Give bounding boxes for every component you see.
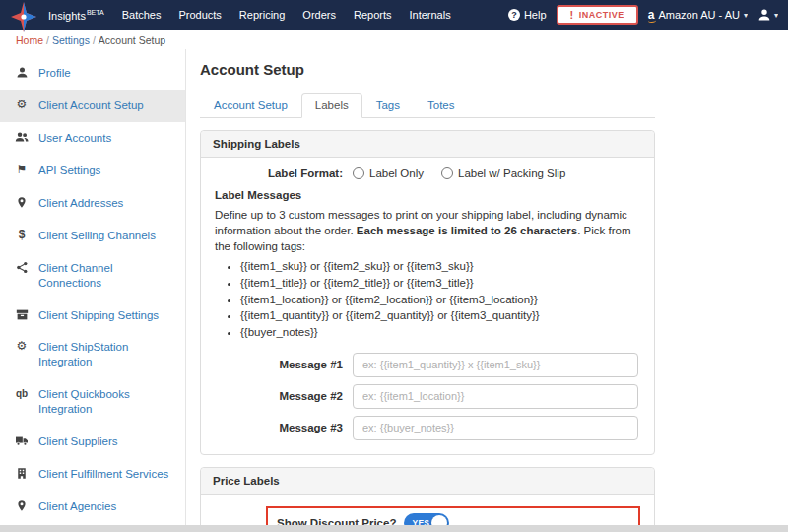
tag-option: {{item1_title}} or {{item2_title}} or {{… xyxy=(240,275,640,292)
nav-item-batches[interactable]: Batches xyxy=(113,1,170,29)
building-icon xyxy=(14,467,30,480)
sidebar-item-label: API Settings xyxy=(38,164,100,178)
tag-option: {{buyer_notes}} xyxy=(240,324,640,341)
amazon-icon: a xyxy=(648,10,655,20)
alert-icon: ! xyxy=(570,9,574,21)
sidebar-item-api-settings[interactable]: ⚑ API Settings xyxy=(0,155,185,187)
message-3-label: Message #3 xyxy=(215,422,353,433)
sidebar-item-client-selling-channels[interactable]: $ Client Selling Channels xyxy=(0,220,185,252)
content-area: Profile ⚙ Client Account Setup User Acco… xyxy=(0,49,788,532)
sidebar-item-user-accounts[interactable]: User Accounts xyxy=(0,122,185,155)
message-1-row: Message #1 xyxy=(215,353,640,377)
sidebar-item-client-fulfillment-services[interactable]: Client Fulfillment Services xyxy=(0,458,185,491)
label-format-label: Label Format: xyxy=(215,167,353,179)
app-logo-icon[interactable] xyxy=(10,1,37,33)
inactive-status-button[interactable]: ! INACTIVE xyxy=(557,5,638,25)
breadcrumb-separator: / xyxy=(93,34,96,46)
sidebar-item-client-shipping-settings[interactable]: Client Shipping Settings xyxy=(0,299,185,332)
label-format-row: Label Format: Label Only Label w/ Packin… xyxy=(215,167,640,179)
sidebar-item-label: Client Suppliers xyxy=(38,434,118,449)
nav-item-orders[interactable]: Orders xyxy=(294,1,345,29)
message-3-row: Message #3 xyxy=(215,416,640,440)
nav-links: InsightsBETA Batches Products Repricing … xyxy=(39,1,460,30)
radio-label-only-text: Label Only xyxy=(369,167,424,179)
message-2-input[interactable] xyxy=(353,384,638,409)
sidebar-item-client-suppliers[interactable]: Client Suppliers xyxy=(0,426,185,458)
map-marker-icon xyxy=(14,499,30,512)
sidebar-item-client-addresses[interactable]: Client Addresses xyxy=(0,187,185,220)
sidebar-item-label: Profile xyxy=(38,66,71,81)
nav-item-insights-label: Insights xyxy=(48,9,86,21)
tab-account-setup[interactable]: Account Setup xyxy=(200,93,301,118)
label-messages-description: Define up to 3 custom messages to print … xyxy=(215,207,640,254)
breadcrumb-home[interactable]: Home xyxy=(16,34,43,46)
label-format-options: Label Only Label w/ Packing Slip xyxy=(353,167,565,179)
sidebar-item-client-shipstation-integration[interactable]: ⚙ Client ShipStation Integration xyxy=(0,331,185,378)
price-labels-panel: Price Labels Show Discount Price? YES sh… xyxy=(200,467,655,532)
radio-label-only-input[interactable] xyxy=(353,167,364,179)
account-selector[interactable]: a Amazon AU - AU ▾ xyxy=(648,9,748,21)
main-content: Account Setup Account Setup Labels Tags … xyxy=(186,49,788,532)
sidebar-item-client-quickbooks-integration[interactable]: qb Client Quickbooks Integration xyxy=(0,378,185,426)
flag-icon: ⚑ xyxy=(14,164,30,176)
sidebar-item-label: Client Selling Channels xyxy=(38,229,156,243)
sidebar-item-client-channel-connections[interactable]: Client Channel Connections xyxy=(0,252,185,299)
user-icon xyxy=(757,8,771,22)
nav-item-repricing[interactable]: Repricing xyxy=(230,1,294,29)
nav-item-products[interactable]: Products xyxy=(169,1,230,29)
message-1-input[interactable] xyxy=(353,353,638,377)
user-icon xyxy=(14,66,30,79)
shipping-labels-panel-body: Label Format: Label Only Label w/ Packin… xyxy=(201,158,654,454)
truck-icon xyxy=(14,434,30,447)
tag-option: {{item1_location}} or {{item2_location}}… xyxy=(240,292,640,308)
user-menu[interactable]: ▾ xyxy=(757,8,778,22)
sidebar-item-client-agencies[interactable]: Client Agencies xyxy=(0,491,185,523)
tab-tags[interactable]: Tags xyxy=(362,93,414,118)
sidebar-item-profile[interactable]: Profile xyxy=(0,57,185,90)
description-bold-text: Each message is limited to 26 characters xyxy=(357,225,577,236)
sidebar-item-client-account-setup[interactable]: ⚙ Client Account Setup xyxy=(0,90,185,122)
nav-item-internals[interactable]: Internals xyxy=(400,1,459,29)
tag-option: {{item1_quantity}} or {{item2_quantity}}… xyxy=(240,307,640,324)
shipping-labels-panel-title: Shipping Labels xyxy=(201,131,654,158)
nav-item-insights[interactable]: InsightsBETA xyxy=(39,1,113,30)
sidebar-item-label: Client Agencies xyxy=(38,499,116,514)
radio-label-packing-slip-text: Label w/ Packing Slip xyxy=(458,167,565,179)
nav-item-reports[interactable]: Reports xyxy=(345,1,401,29)
message-2-label: Message #2 xyxy=(215,390,353,402)
nav-right-group: ? Help ! INACTIVE a Amazon AU - AU ▾ ▾ xyxy=(508,5,778,25)
chevron-down-icon: ▾ xyxy=(744,11,748,20)
label-messages-heading: Label Messages xyxy=(215,189,640,201)
tab-labels[interactable]: Labels xyxy=(301,93,362,118)
sidebar-item-label: User Accounts xyxy=(38,131,111,146)
inactive-label: INACTIVE xyxy=(579,10,624,20)
breadcrumb-settings[interactable]: Settings xyxy=(52,34,90,46)
message-1-label: Message #1 xyxy=(215,359,353,370)
tag-option: {{item1_sku}} or {{item2_sku}} or {{item… xyxy=(240,258,640,275)
breadcrumb-current: Account Setup xyxy=(98,34,165,46)
help-menu[interactable]: ? Help xyxy=(508,9,547,21)
tab-totes[interactable]: Totes xyxy=(414,93,469,118)
tag-options-list: {{item1_sku}} or {{item2_sku}} or {{item… xyxy=(240,258,640,340)
box-icon xyxy=(14,308,30,321)
radio-label-packing-slip[interactable]: Label w/ Packing Slip xyxy=(441,167,565,179)
breadcrumb: Home/Settings/Account Setup xyxy=(0,30,788,49)
page-bottom-strip xyxy=(0,525,788,532)
sidebar-item-label: Client Fulfillment Services xyxy=(38,467,168,482)
radio-label-packing-slip-input[interactable] xyxy=(441,167,453,179)
radio-label-only[interactable]: Label Only xyxy=(353,167,424,179)
gear-icon: ⚙ xyxy=(14,99,30,111)
dollar-icon: $ xyxy=(14,229,30,241)
shipping-labels-panel: Shipping Labels Label Format: Label Only… xyxy=(200,130,655,455)
sidebar-item-label: Client Account Setup xyxy=(38,99,144,113)
map-marker-icon xyxy=(14,196,30,209)
share-icon xyxy=(14,261,30,274)
page-title: Account Setup xyxy=(200,61,788,78)
message-3-input[interactable] xyxy=(353,416,638,440)
top-navbar: InsightsBETA Batches Products Repricing … xyxy=(0,0,788,30)
page: InsightsBETA Batches Products Repricing … xyxy=(0,0,788,532)
help-label: Help xyxy=(524,9,547,21)
sidebar-item-label: Client ShipStation Integration xyxy=(38,340,175,369)
gear-icon: ⚙ xyxy=(14,340,30,353)
help-icon: ? xyxy=(508,9,520,21)
